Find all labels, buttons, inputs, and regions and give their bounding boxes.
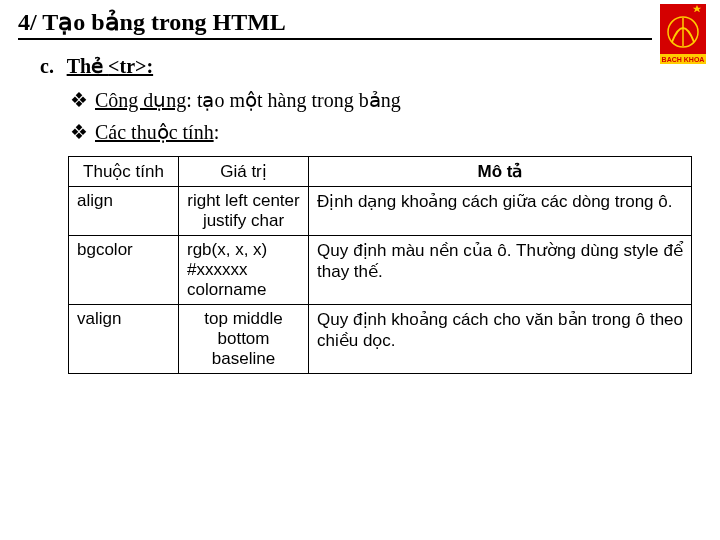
bullet-label-1: Các thuộc tính xyxy=(95,121,214,143)
th-desc: Mô tả xyxy=(309,157,692,187)
bullet-rest-0: : tạo một hàng trong bảng xyxy=(186,89,400,111)
cell-val: right left center justify char xyxy=(179,187,309,236)
diamond-icon: ❖ xyxy=(70,88,90,112)
bullet-rest-1: : xyxy=(214,121,220,143)
cell-val: top middle bottom baseline xyxy=(179,305,309,374)
cell-attr: valign xyxy=(69,305,179,374)
bullet-usage: ❖ Công dụng: tạo một hàng trong bảng xyxy=(70,88,702,112)
bullet-attributes: ❖ Các thuộc tính: xyxy=(70,120,702,144)
cell-val: rgb(x, x, x) #xxxxxx colorname xyxy=(179,236,309,305)
table-row: align right left center justify char Địn… xyxy=(69,187,692,236)
th-attr: Thuộc tính xyxy=(69,157,179,187)
svg-text:BACH KHOA: BACH KHOA xyxy=(662,56,705,63)
diamond-icon: ❖ xyxy=(70,120,90,144)
th-val: Giá trị xyxy=(179,157,309,187)
bullet-label-0: Công dụng xyxy=(95,89,186,111)
attributes-table: Thuộc tính Giá trị Mô tả align right lef… xyxy=(68,156,692,374)
cell-desc: Quy định màu nền của ô. Thường dùng styl… xyxy=(309,236,692,305)
bachkhoa-logo: BACH KHOA xyxy=(660,4,706,64)
cell-attr: align xyxy=(69,187,179,236)
section-c: c. Thẻ <tr>: ❖ Công dụng: tạo một hàng t… xyxy=(18,54,702,374)
cell-desc: Định dạng khoảng cách giữa các dòng tron… xyxy=(309,187,692,236)
table-row: valign top middle bottom baseline Quy đị… xyxy=(69,305,692,374)
cell-desc: Quy định khoảng cách cho văn bản trong ô… xyxy=(309,305,692,374)
table-row: bgcolor rgb(x, x, x) #xxxxxx colorname Q… xyxy=(69,236,692,305)
section-heading: c. Thẻ <tr>: xyxy=(40,54,702,78)
page-title: 4/ Tạo bảng trong HTML xyxy=(18,8,652,40)
section-title-tag: <tr>: xyxy=(108,55,153,77)
section-title-prefix: Thẻ xyxy=(67,55,108,77)
section-marker: c. xyxy=(40,55,62,78)
table-header-row: Thuộc tính Giá trị Mô tả xyxy=(69,157,692,187)
cell-attr: bgcolor xyxy=(69,236,179,305)
